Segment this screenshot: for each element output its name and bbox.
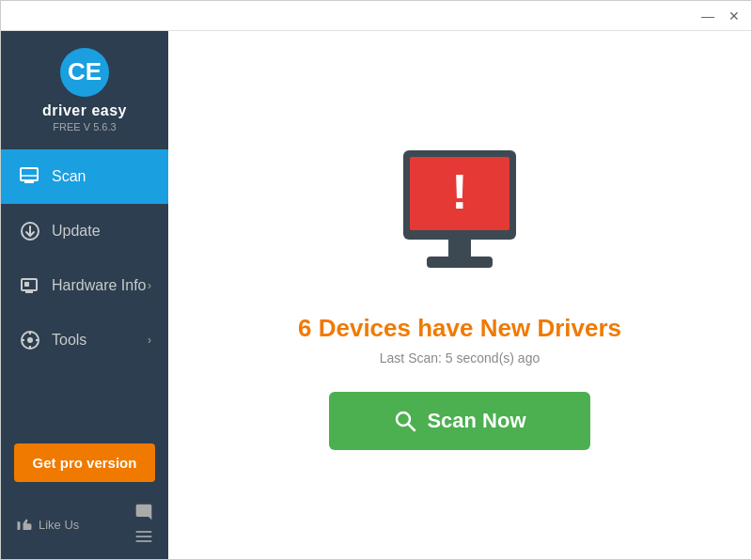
title-bar-buttons: — ✕ — [698, 7, 744, 25]
like-us-section[interactable]: Like Us — [16, 516, 79, 533]
sidebar: CE driver easy FREE V 5.6.3 Sca — [1, 31, 168, 559]
scan-button-icon — [393, 409, 417, 433]
close-button[interactable]: ✕ — [725, 7, 744, 25]
sidebar-item-update[interactable]: Update — [1, 204, 168, 258]
svg-text:CE: CE — [68, 57, 102, 86]
scan-icon — [18, 164, 42, 189]
sidebar-item-update-label: Update — [52, 223, 151, 240]
menu-icon[interactable] — [134, 527, 153, 546]
svg-rect-23 — [427, 257, 493, 268]
svg-point-10 — [27, 337, 33, 343]
svg-rect-2 — [21, 168, 38, 180]
hardware-info-icon — [18, 273, 42, 298]
sidebar-logo: CE driver easy FREE V 5.6.3 — [1, 31, 168, 146]
sidebar-item-scan-label: Scan — [52, 168, 151, 185]
svg-rect-22 — [448, 240, 471, 258]
monitor-svg: ! — [380, 141, 540, 291]
app-logo-icon: CE — [60, 48, 109, 97]
last-scan-text: Last Scan: 5 second(s) ago — [380, 350, 540, 366]
svg-text:!: ! — [451, 164, 467, 219]
sidebar-item-hardware-info[interactable]: Hardware Info › — [1, 258, 168, 313]
scan-now-button[interactable]: Scan Now — [329, 392, 590, 450]
svg-rect-7 — [25, 291, 33, 293]
sidebar-item-hardware-info-label: Hardware Info — [52, 277, 148, 294]
like-us-label: Like Us — [39, 518, 79, 532]
sidebar-bottom: Like Us — [1, 493, 168, 559]
svg-rect-16 — [136, 536, 152, 537]
app-version: FREE V 5.6.3 — [53, 121, 116, 132]
app-window: — ✕ CE driver easy FREE V 5.6.3 — [0, 0, 752, 560]
tools-chevron-icon: › — [148, 334, 151, 347]
sidebar-item-tools[interactable]: Tools › — [1, 313, 168, 367]
content-area: ! 6 Devices have New Drivers Last Scan: … — [168, 31, 751, 559]
title-bar: — ✕ — [1, 1, 751, 31]
app-name: driver easy — [42, 102, 127, 119]
svg-rect-3 — [24, 181, 34, 183]
minimize-button[interactable]: — — [698, 7, 717, 25]
svg-rect-15 — [136, 531, 152, 533]
svg-rect-8 — [24, 282, 29, 287]
scan-now-label: Scan Now — [427, 409, 525, 433]
sidebar-item-tools-label: Tools — [52, 332, 148, 349]
thumbs-up-icon — [16, 516, 33, 533]
sidebar-nav: Scan Update — [1, 146, 168, 432]
update-icon — [18, 219, 42, 243]
chat-icon[interactable] — [134, 503, 153, 521]
main-layout: CE driver easy FREE V 5.6.3 Sca — [1, 31, 751, 559]
tools-icon — [18, 328, 42, 352]
get-pro-button[interactable]: Get pro version — [14, 443, 155, 482]
hardware-info-chevron-icon: › — [148, 279, 151, 292]
svg-line-25 — [409, 424, 415, 430]
svg-rect-17 — [136, 540, 152, 542]
status-title: 6 Devices have New Drivers — [298, 314, 621, 343]
sidebar-item-scan[interactable]: Scan — [1, 149, 168, 204]
sidebar-bottom-icons — [134, 503, 153, 546]
monitor-illustration: ! — [380, 141, 540, 295]
